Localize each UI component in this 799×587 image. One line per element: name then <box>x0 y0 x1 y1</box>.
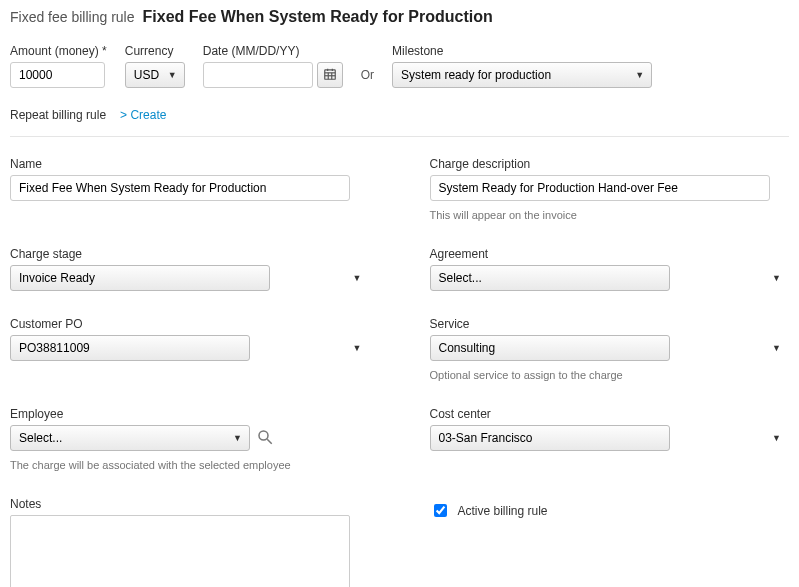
charge-description-label: Charge description <box>430 157 790 171</box>
name-input[interactable] <box>10 175 350 201</box>
employee-field: Employee Select... The charge will be as… <box>10 407 370 471</box>
amount-input[interactable] <box>10 62 105 88</box>
header-prefix: Fixed fee billing rule <box>10 9 135 25</box>
svg-line-8 <box>267 439 272 444</box>
agreement-label: Agreement <box>430 247 790 261</box>
currency-select[interactable]: USD <box>125 62 185 88</box>
employee-label: Employee <box>10 407 370 421</box>
date-label: Date (MM/DD/YY) <box>203 44 343 58</box>
customer-po-label: Customer PO <box>10 317 370 331</box>
amount-field: Amount (money) <box>10 44 107 88</box>
currency-field: Currency USD <box>125 44 185 88</box>
date-input[interactable] <box>203 62 313 88</box>
milestone-label: Milestone <box>392 44 652 58</box>
charge-description-input[interactable] <box>430 175 770 201</box>
active-checkbox[interactable] <box>434 504 447 517</box>
divider <box>10 136 789 137</box>
svg-rect-0 <box>324 69 335 78</box>
cost-center-field: Cost center 03-San Francisco <box>430 407 790 471</box>
repeat-label: Repeat billing rule <box>10 108 106 122</box>
name-label: Name <box>10 157 370 171</box>
active-field: Active billing rule <box>430 497 790 587</box>
date-field: Date (MM/DD/YY) <box>203 44 343 88</box>
service-select[interactable]: Consulting <box>430 335 670 361</box>
customer-po-field: Customer PO PO38811009 <box>10 317 370 381</box>
service-label: Service <box>430 317 790 331</box>
charge-stage-field: Charge stage Invoice Ready <box>10 247 370 291</box>
charge-description-field: Charge description This will appear on t… <box>430 157 790 221</box>
svg-point-7 <box>259 431 268 440</box>
or-text: Or <box>361 68 374 88</box>
calendar-icon <box>323 67 337 84</box>
amount-label: Amount (money) <box>10 44 107 58</box>
milestone-select[interactable]: System ready for production <box>392 62 652 88</box>
service-field: Service Consulting Optional service to a… <box>430 317 790 381</box>
employee-help: The charge will be associated with the s… <box>10 459 370 471</box>
search-icon[interactable] <box>256 428 274 449</box>
page-title: Fixed Fee When System Ready for Producti… <box>143 8 493 26</box>
name-field: Name <box>10 157 370 221</box>
service-help: Optional service to assign to the charge <box>430 369 790 381</box>
agreement-field: Agreement Select... <box>430 247 790 291</box>
form-grid: Name Charge description This will appear… <box>10 157 789 587</box>
notes-field: Notes <box>10 497 370 587</box>
employee-select[interactable]: Select... <box>10 425 250 451</box>
customer-po-select[interactable]: PO38811009 <box>10 335 250 361</box>
notes-label: Notes <box>10 497 370 511</box>
page-header: Fixed fee billing rule Fixed Fee When Sy… <box>10 8 789 26</box>
notes-textarea[interactable] <box>10 515 350 587</box>
charge-stage-select[interactable]: Invoice Ready <box>10 265 270 291</box>
agreement-select[interactable]: Select... <box>430 265 670 291</box>
calendar-button[interactable] <box>317 62 343 88</box>
currency-label: Currency <box>125 44 185 58</box>
charge-stage-label: Charge stage <box>10 247 370 261</box>
charge-description-help: This will appear on the invoice <box>430 209 790 221</box>
cost-center-select[interactable]: 03-San Francisco <box>430 425 670 451</box>
milestone-field: Milestone System ready for production <box>392 44 652 88</box>
cost-center-label: Cost center <box>430 407 790 421</box>
repeat-row: Repeat billing rule Create <box>10 108 789 122</box>
or-separator: Or <box>361 68 374 88</box>
create-link[interactable]: Create <box>120 108 166 122</box>
active-label: Active billing rule <box>458 504 548 518</box>
top-fields-row: Amount (money) Currency USD Date (MM/DD/… <box>10 44 789 88</box>
